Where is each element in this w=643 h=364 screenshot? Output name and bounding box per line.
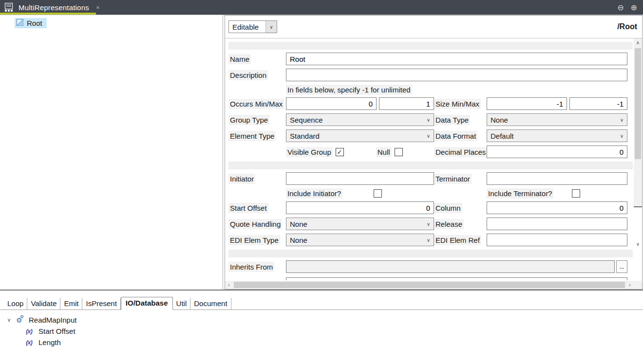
decimal-places-input[interactable] — [487, 146, 627, 158]
occurs-min-input[interactable] — [286, 97, 377, 110]
inherits-from-browse-button[interactable]: ... — [616, 260, 627, 273]
tab-validate[interactable]: Validate — [27, 298, 60, 309]
tab-io-database[interactable]: IO/Database — [121, 297, 173, 310]
element-icon — [17, 19, 23, 27]
tree-item-root[interactable]: Root — [15, 18, 47, 28]
scroll-left-icon[interactable]: ‹ — [225, 281, 233, 289]
visible-group-label: Visible Group — [286, 147, 333, 157]
data-type-select[interactable]: None ∨ — [487, 113, 627, 126]
data-format-select[interactable]: Default ∨ — [487, 129, 627, 142]
tree-item-label: Start Offset — [38, 327, 76, 335]
tree-item-label: Root — [27, 19, 42, 27]
data-type-label: Data Type — [434, 115, 470, 125]
separator-band — [228, 42, 633, 50]
description-input[interactable] — [286, 69, 627, 81]
edi-elem-ref-input[interactable] — [487, 234, 627, 246]
element-type-label: Element Type — [228, 131, 276, 141]
data-format-label: Data Format — [434, 131, 477, 141]
function-panel: Loop Validate Emit IsPresent IO/Database… — [0, 290, 643, 364]
scroll-down-icon[interactable]: ∨ — [634, 206, 642, 281]
tree-item-label: Length — [38, 338, 61, 346]
column-input[interactable] — [487, 201, 627, 214]
release-input[interactable] — [487, 218, 627, 230]
function-tabs: Loop Validate Emit IsPresent IO/Database… — [0, 297, 643, 310]
size-max-input[interactable] — [569, 97, 627, 110]
separator-band — [228, 250, 633, 257]
initiator-input[interactable] — [286, 172, 434, 185]
properties-panel: Editable ∨ /Root Name Description In fie — [225, 15, 643, 290]
chevron-down-icon: ∨ — [427, 221, 434, 227]
titlebar: MultiRepresentations × ⊖ ⊕ — [0, 0, 643, 15]
gears-icon: ⚙⚙ — [16, 317, 25, 324]
active-tab-underline — [0, 13, 96, 15]
group-type-label: Group Type — [228, 115, 269, 125]
variable-icon: (x) — [26, 328, 35, 335]
terminator-label: Terminator — [434, 174, 472, 184]
chevron-down-icon: ∨ — [265, 21, 277, 33]
zoom-out-icon[interactable]: ⊖ — [617, 3, 624, 12]
quote-handling-select[interactable]: None ∨ — [286, 218, 434, 230]
titlebar-actions: ⊖ ⊕ — [617, 3, 643, 12]
vertical-scrollbar[interactable]: ∧ ∨ — [634, 38, 642, 281]
chevron-down-icon: ∨ — [427, 237, 434, 243]
form-body: Name Description In fields below, specif… — [225, 38, 642, 281]
description-label: Description — [228, 70, 268, 80]
form-scroll-area: Name Description In fields below, specif… — [225, 38, 634, 281]
io-database-tree: ∨ ⚙⚙ ReadMapInput (x) Start Offset (x) L… — [0, 310, 643, 348]
decimal-places-label: Decimal Places — [434, 147, 487, 157]
occurs-minmax-label: Occurs Min/Max — [228, 99, 284, 109]
properties-header: Editable ∨ /Root — [225, 16, 642, 38]
tab-util[interactable]: Util — [173, 298, 191, 309]
document-tab-title: MultiRepresentations — [19, 3, 89, 12]
vertical-scrollbar-thumb[interactable] — [635, 48, 641, 159]
include-initiator-label: Include Initiator? — [286, 188, 342, 199]
horizontal-scrollbar[interactable]: ‹ › — [225, 281, 634, 289]
chevron-down-icon: ∨ — [427, 133, 434, 139]
zoom-in-icon[interactable]: ⊕ — [631, 3, 637, 12]
inherits-from-input[interactable] — [286, 260, 615, 273]
node-path: /Root — [617, 22, 637, 31]
scroll-up-icon[interactable]: ∧ — [634, 38, 642, 46]
tab-document[interactable]: Document — [190, 298, 231, 309]
chevron-down-icon: ∨ — [427, 117, 434, 123]
edi-elem-type-select[interactable]: None ∨ — [286, 234, 434, 246]
null-checkbox[interactable] — [395, 148, 403, 156]
horizontal-scrollbar-thumb[interactable] — [234, 282, 625, 288]
tree-item-readmapinput[interactable]: ∨ ⚙⚙ ReadMapInput — [6, 314, 643, 326]
occurs-max-input[interactable] — [379, 97, 434, 110]
chevron-down-icon[interactable]: ∨ — [6, 317, 12, 323]
size-minmax-label: Size Min/Max — [434, 99, 481, 109]
mode-select[interactable]: Editable ∨ — [228, 20, 277, 33]
scrollbar-corner — [634, 281, 642, 289]
map-document-icon — [4, 2, 14, 12]
tree-item-start-offset[interactable]: (x) Start Offset — [6, 326, 643, 337]
chevron-down-icon: ∨ — [620, 133, 627, 139]
start-offset-label: Start Offset — [228, 203, 268, 213]
include-terminator-label: Include Terminator? — [487, 188, 553, 199]
include-initiator-checkbox[interactable] — [374, 189, 382, 198]
tree-item-length[interactable]: (x) Length — [6, 337, 643, 348]
element-type-select[interactable]: Standard ∨ — [286, 129, 434, 142]
visible-group-checkbox[interactable]: ✓ — [336, 148, 344, 156]
schema-tree-panel: Root — [0, 15, 223, 290]
group-type-select[interactable]: Sequence ∨ — [286, 113, 434, 126]
mode-select-value: Editable — [229, 23, 265, 31]
tab-emit[interactable]: Emit — [60, 298, 82, 309]
tab-loop[interactable]: Loop — [4, 298, 27, 309]
horizontal-scrollbar-row: ‹ › — [225, 281, 642, 289]
separator-band — [228, 162, 633, 169]
column-label: Column — [434, 203, 462, 213]
quote-handling-label: Quote Handling — [228, 219, 282, 229]
edi-elem-type-label: EDI Elem Type — [228, 235, 280, 245]
terminator-input[interactable] — [487, 172, 627, 185]
name-label: Name — [228, 54, 251, 64]
close-tab-icon[interactable]: × — [96, 4, 100, 11]
include-terminator-checkbox[interactable] — [572, 189, 580, 198]
start-offset-input[interactable] — [286, 201, 434, 214]
tab-ispresent[interactable]: IsPresent — [82, 298, 120, 309]
chevron-down-icon: ∨ — [620, 117, 627, 123]
size-min-input[interactable] — [487, 97, 567, 110]
initiator-label: Initiator — [228, 174, 255, 184]
name-input[interactable] — [286, 53, 627, 65]
scroll-right-icon[interactable]: › — [626, 281, 634, 289]
